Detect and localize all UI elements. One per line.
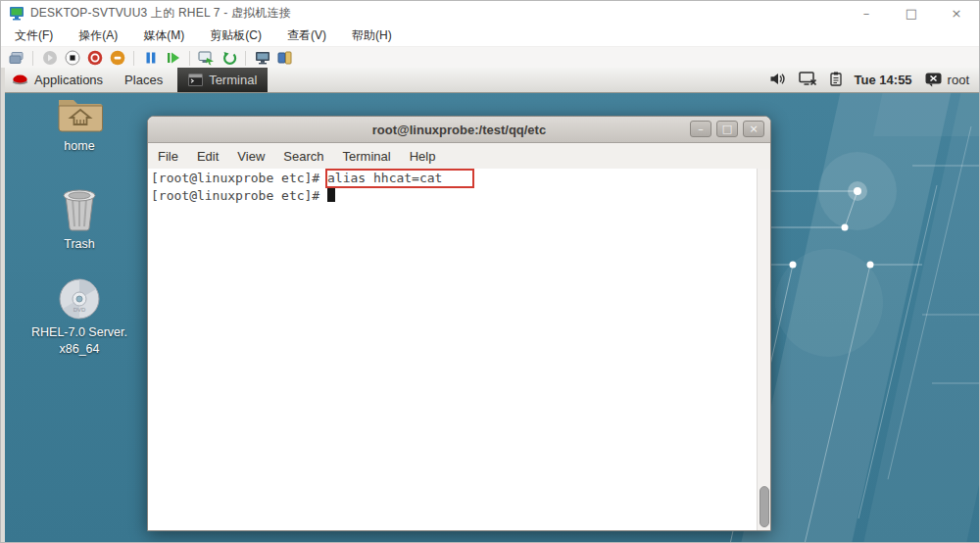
home-folder-icon: [55, 93, 104, 134]
trash-icon: [60, 187, 99, 232]
desktop-icon-trash[interactable]: Trash: [26, 187, 132, 253]
terminal-content[interactable]: [root@linuxprobe etc]# alias hhcat=cat […: [148, 169, 770, 530]
vm-menu-file[interactable]: 文件(F): [15, 27, 53, 44]
terminal-line-2: [root@linuxprobe etc]#: [151, 187, 755, 205]
shut-down-button[interactable]: [85, 49, 104, 67]
revert-icon: [221, 51, 237, 66]
reset-button[interactable]: [164, 49, 182, 67]
terminal-window-controls: – □ ×: [690, 121, 764, 137]
vm-menu-view[interactable]: 查看(V): [287, 27, 326, 44]
terminal-menu-help[interactable]: Help: [410, 149, 436, 164]
vm-titlebar: DESKTOP-SVTVUU3 上的 RHEL 7 - 虚拟机连接 – □ ×: [1, 1, 979, 25]
username-label: root: [948, 73, 969, 87]
toolbar-separator: [189, 51, 190, 66]
display-settings-icon: [255, 51, 270, 65]
display-disconnected-icon: [799, 72, 817, 86]
screen-share-button[interactable]: [799, 72, 817, 89]
start-icon: [42, 50, 58, 66]
toolbar-separator: [32, 51, 33, 66]
terminal-menu-file[interactable]: File: [158, 149, 178, 164]
shell-prompt: [root@linuxprobe etc]#: [151, 188, 327, 203]
topbar-status-area: Tue 14:55 root: [769, 68, 979, 92]
shell-prompt: [root@linuxprobe etc]#: [151, 171, 327, 185]
screen-left-border: [1, 68, 5, 542]
save-state-icon: [110, 50, 125, 66]
terminal-menu-edit[interactable]: Edit: [197, 149, 219, 164]
speaker-icon: [769, 72, 786, 86]
svg-text:DVD: DVD: [74, 307, 86, 313]
applications-menu[interactable]: Applications: [1, 68, 114, 92]
typed-command: alias hhcat=cat: [327, 171, 442, 185]
scrollbar-thumb[interactable]: [760, 486, 769, 527]
terminal-menubar: File Edit View Search Terminal Help: [148, 143, 770, 169]
terminal-minimize-button[interactable]: –: [690, 121, 711, 137]
active-window-button[interactable]: Terminal: [177, 68, 268, 92]
desktop-icon-label-line2: x86_64: [59, 342, 99, 356]
vm-menubar: 文件(F) 操作(A) 媒体(M) 剪贴板(C) 查看(V) 帮助(H): [1, 25, 979, 46]
redhat-logo-icon: [12, 74, 28, 86]
display-settings-button[interactable]: [253, 49, 271, 67]
clock[interactable]: Tue 14:55: [855, 73, 912, 87]
turn-off-icon: [65, 50, 80, 66]
vm-toolbar: [1, 46, 979, 70]
vm-maximize-button[interactable]: □: [889, 1, 934, 25]
revert-button[interactable]: [220, 49, 238, 67]
vm-window-controls: – □ ×: [844, 1, 979, 25]
terminal-maximize-button[interactable]: □: [716, 121, 738, 137]
save-state-button[interactable]: [108, 49, 126, 67]
vm-menu-media[interactable]: 媒体(M): [143, 27, 184, 44]
notifications-off-icon: [925, 73, 942, 87]
desktop-icon-label: RHEL-7.0 Server. x86_64: [31, 324, 127, 358]
places-menu[interactable]: Places: [114, 68, 173, 92]
terminal-title: root@linuxprobe:/test/qq/etc: [372, 123, 546, 137]
terminal-menu-search[interactable]: Search: [283, 149, 323, 164]
terminal-window: root@linuxprobe:/test/qq/etc – □ × File …: [147, 116, 771, 531]
desktop-icon-label: home: [64, 138, 94, 155]
start-button[interactable]: [40, 49, 59, 67]
gnome-topbar: Applications Places Terminal: [1, 68, 979, 93]
terminal-cursor: [327, 188, 335, 202]
vm-minimize-button[interactable]: –: [844, 1, 889, 25]
dvd-disc-icon: DVD: [57, 277, 102, 321]
vm-close-button[interactable]: ×: [934, 1, 979, 25]
desktop-icon-label-line1: RHEL-7.0 Server.: [31, 325, 127, 339]
checkpoint-icon: [198, 51, 215, 66]
toolbar-separator: [133, 51, 134, 66]
terminal-mini-icon: [188, 74, 203, 86]
terminal-close-button[interactable]: ×: [743, 121, 764, 137]
terminal-line-1: [root@linuxprobe etc]# alias hhcat=cat: [151, 170, 755, 187]
toolbar-separator: [245, 51, 246, 66]
terminal-menu-view[interactable]: View: [237, 149, 265, 164]
checkpoint-button[interactable]: [197, 49, 216, 67]
ctrl-alt-del-button[interactable]: [7, 49, 25, 67]
reset-icon: [166, 51, 180, 65]
clipboard-icon: [830, 72, 842, 86]
pause-icon: [144, 51, 158, 65]
vm-display: Applications Places Terminal: [1, 68, 979, 542]
vm-menu-action[interactable]: 操作(A): [78, 27, 118, 44]
places-label: Places: [124, 73, 163, 87]
volume-button[interactable]: [769, 72, 786, 89]
user-menu[interactable]: root: [925, 73, 969, 87]
vm-menu-clipboard[interactable]: 剪贴板(C): [210, 27, 262, 44]
terminal-menu-terminal[interactable]: Terminal: [343, 149, 391, 164]
pause-button[interactable]: [141, 49, 160, 67]
ctrl-alt-del-icon: [9, 51, 24, 65]
desktop-icon-home[interactable]: home: [26, 93, 132, 155]
enhanced-session-icon: [277, 51, 292, 65]
terminal-titlebar[interactable]: root@linuxprobe:/test/qq/etc – □ ×: [148, 117, 770, 143]
vm-menu-help[interactable]: 帮助(H): [352, 27, 392, 44]
hyperv-vm-connection-window: DESKTOP-SVTVUU3 上的 RHEL 7 - 虚拟机连接 – □ × …: [0, 0, 980, 543]
desktop-icon-rhel-dvd[interactable]: DVD RHEL-7.0 Server. x86_64: [26, 277, 132, 358]
terminal-scrollbar[interactable]: [757, 169, 770, 530]
applications-label: Applications: [34, 73, 103, 87]
turn-off-button[interactable]: [63, 49, 81, 67]
vm-monitor-icon: [9, 6, 24, 21]
desktop-icon-label: Trash: [64, 236, 95, 253]
vm-window-title: DESKTOP-SVTVUU3 上的 RHEL 7 - 虚拟机连接: [30, 5, 291, 22]
shut-down-icon: [87, 50, 103, 66]
enhanced-session-button[interactable]: [275, 49, 294, 67]
clipboard-button[interactable]: [830, 72, 842, 89]
active-window-label: Terminal: [209, 73, 257, 87]
